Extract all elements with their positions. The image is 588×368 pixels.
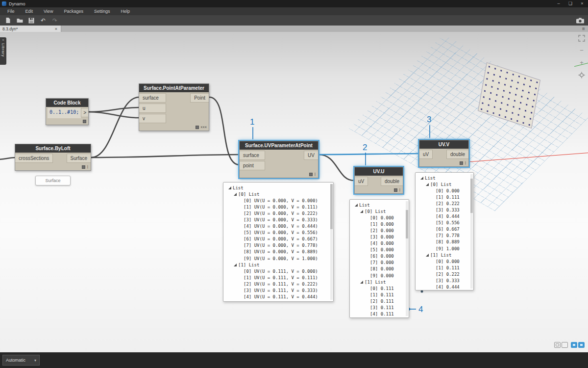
watch-bubble-uv-v[interactable]: List [0] List [0] 0.000 [1] 0.111 [2] 0.… [415, 172, 474, 290]
node-title[interactable]: UV.V [419, 140, 468, 149]
port-in-v[interactable]: v [139, 114, 166, 123]
port-in-point[interactable]: point [240, 161, 265, 170]
preview-toggle[interactable] [460, 161, 463, 165]
redo-icon[interactable]: ↷ [51, 17, 59, 25]
preview-toggle[interactable] [394, 188, 397, 192]
expander-icon[interactable] [234, 193, 237, 196]
port-in-uv[interactable]: uV [355, 177, 368, 186]
new-file-icon[interactable] [4, 17, 12, 25]
open-file-icon[interactable] [16, 17, 24, 25]
node-title[interactable]: Surface.PointAtParameter [139, 84, 209, 92]
expander-icon[interactable] [360, 210, 363, 213]
expander-icon[interactable] [234, 263, 237, 266]
preview-toggle[interactable] [82, 165, 85, 169]
expander-icon[interactable] [360, 281, 363, 284]
expander-icon[interactable] [420, 177, 423, 180]
node-surface-uvparameteratpoint[interactable]: Surface.UVParameterAtPoint surface point… [239, 141, 318, 178]
wire[interactable] [89, 112, 139, 118]
tab-label: 8.3.dyn* [2, 26, 54, 31]
node-surface-pointatparameter[interactable]: Surface.PointAtParameter surface u v Poi… [139, 83, 209, 131]
port-out-uv[interactable]: UV [304, 151, 318, 160]
pan-icon[interactable] [578, 71, 586, 79]
preview-toggle[interactable] [309, 173, 313, 176]
close-icon[interactable]: × [576, 0, 588, 7]
port-in-surface[interactable]: surface [139, 93, 166, 103]
watch-list-item: List [352, 202, 405, 208]
scrollbar-thumb[interactable] [470, 179, 473, 213]
watch-list-item: [4] 0.111 [352, 311, 405, 317]
port-in-u[interactable]: u [139, 104, 166, 113]
workspace-canvas[interactable]: » Library Code Block 0..1..#10; > Surfac… [0, 32, 588, 352]
scrollbar-thumb[interactable] [406, 210, 408, 238]
wire[interactable] [89, 107, 139, 112]
menu-item[interactable]: File [2, 7, 20, 15]
lacing-indicator[interactable]: | [87, 165, 89, 169]
node-surface-byloft[interactable]: Surface.ByLoft crossSections Surface | [15, 144, 91, 171]
save-icon[interactable] [27, 17, 35, 25]
expander-icon[interactable] [355, 204, 358, 207]
port-in-surface[interactable]: surface [240, 151, 265, 160]
code-block-input[interactable]: 0..1..#10; [48, 108, 81, 118]
menu-item[interactable]: Packages [58, 7, 89, 15]
expander-icon[interactable] [228, 186, 231, 189]
expander-icon[interactable] [426, 254, 429, 257]
window-controls: – ❏ × [553, 0, 588, 7]
port-out-surface[interactable]: Surface [67, 154, 91, 163]
expand-arrow-icon[interactable]: » [2, 38, 4, 42]
watch-bubble-grip-dot[interactable] [421, 290, 423, 293]
lacing-indicator[interactable]: | [465, 161, 466, 165]
expander-icon[interactable] [426, 183, 429, 186]
maximize-icon[interactable]: ❏ [564, 0, 576, 7]
graph-view-button[interactable] [571, 342, 585, 348]
port-out-codeblock[interactable]: > [81, 108, 88, 117]
watch-bubble-uvparam[interactable]: List [0] List [0] UV(U = 0.000, V = 0.00… [223, 182, 334, 302]
scrollbar[interactable] [470, 174, 473, 289]
port-out-double[interactable]: double [446, 150, 468, 159]
port-in-uv[interactable]: uV [419, 150, 433, 159]
wire-selected[interactable] [318, 154, 419, 155]
menubar: File Edit View Packages Settings Help [0, 7, 588, 15]
toolbar: ↶ ↷ [0, 15, 588, 26]
menu-item[interactable]: View [38, 7, 58, 15]
library-panel-tab[interactable]: » Library [0, 37, 6, 65]
undo-icon[interactable]: ↶ [39, 17, 47, 25]
workspace-tab[interactable]: 8.3.dyn* × [0, 26, 61, 32]
wire[interactable] [91, 155, 240, 158]
node-code-block[interactable]: Code Block 0..1..#10; > [46, 98, 89, 125]
scrollbar-thumb[interactable] [330, 184, 333, 229]
node-uv-u[interactable]: UV.U uV double | [354, 167, 403, 194]
menu-item[interactable]: Edit [20, 7, 39, 15]
node-title[interactable]: Code Block [46, 99, 88, 107]
port-out-double[interactable]: double [381, 177, 403, 186]
zoom-in-icon[interactable]: + [578, 59, 586, 67]
zoom-fit-icon[interactable] [578, 34, 586, 42]
camera-export-icon[interactable] [576, 17, 584, 25]
node-uv-v[interactable]: UV.V uV double | [419, 140, 469, 167]
watch-list-item: [2] 0.222 [417, 200, 469, 207]
wire[interactable] [0, 158, 16, 159]
lacing-indicator[interactable]: xxx [200, 126, 207, 129]
tab-close-icon[interactable]: × [54, 26, 58, 31]
wire[interactable] [318, 155, 354, 181]
port-in-crosssections[interactable]: crossSections [15, 154, 53, 163]
port-out-point[interactable]: Point [190, 93, 209, 103]
preview-toggle[interactable] [196, 126, 199, 129]
minimize-icon[interactable]: – [553, 0, 564, 7]
watch-list-item: [0] 0.000 [352, 214, 405, 221]
node-title[interactable]: Surface.ByLoft [15, 144, 91, 153]
scrollbar[interactable] [330, 184, 333, 300]
overflow-menu-icon[interactable]: ≡ [579, 26, 588, 32]
background-3d-preview-button[interactable] [554, 342, 568, 348]
node-title[interactable]: UV.U [355, 167, 403, 176]
zoom-out-icon[interactable]: − [578, 47, 586, 54]
watch-bubble-uv-u[interactable]: List [0] List [0] 0.000 [1] 0.000 [2] 0.… [349, 199, 409, 318]
lacing-indicator[interactable]: | [399, 188, 401, 192]
run-mode-dropdown[interactable]: Automatic ▾ [2, 355, 40, 366]
scrollbar[interactable] [406, 201, 408, 316]
menu-item[interactable]: Help [115, 7, 135, 15]
lacing-indicator[interactable]: | [314, 173, 316, 176]
menu-item[interactable]: Settings [89, 7, 116, 15]
preview-toggle[interactable] [83, 120, 86, 123]
node-title[interactable]: Surface.UVParameterAtPoint [240, 141, 318, 150]
wire[interactable] [91, 97, 139, 158]
